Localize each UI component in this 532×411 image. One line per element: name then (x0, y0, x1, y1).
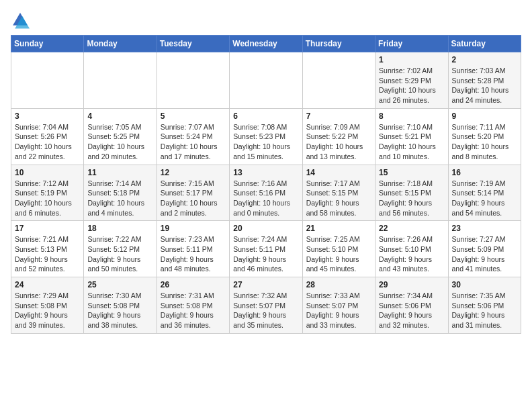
calendar-cell (11, 52, 84, 109)
calendar-cell: 4Sunrise: 7:05 AMSunset: 5:25 PMDaylight… (84, 108, 157, 165)
day-info: Sunrise: 7:10 AMSunset: 5:21 PMDaylight:… (379, 122, 444, 162)
day-number: 26 (161, 280, 226, 289)
week-row-1: 1Sunrise: 7:02 AMSunset: 5:29 PMDaylight… (11, 52, 521, 109)
calendar-cell: 7Sunrise: 7:09 AMSunset: 5:22 PMDaylight… (302, 108, 375, 165)
day-number: 22 (379, 224, 444, 233)
header-day-monday: Monday (84, 36, 157, 52)
calendar-cell (157, 52, 229, 109)
day-info: Sunrise: 7:03 AMSunset: 5:28 PMDaylight:… (452, 66, 517, 105)
calendar-cell: 14Sunrise: 7:17 AMSunset: 5:15 PMDayligh… (302, 165, 375, 221)
day-number: 8 (379, 111, 444, 121)
day-info: Sunrise: 7:02 AMSunset: 5:29 PMDaylight:… (379, 66, 444, 105)
logo (11, 11, 32, 30)
day-number: 2 (452, 55, 517, 64)
calendar-cell: 13Sunrise: 7:16 AMSunset: 5:16 PMDayligh… (230, 165, 302, 221)
day-number: 18 (87, 224, 152, 233)
day-number: 7 (306, 111, 371, 121)
day-info: Sunrise: 7:26 AMSunset: 5:10 PMDaylight:… (379, 234, 444, 274)
day-info: Sunrise: 7:25 AMSunset: 5:10 PMDaylight:… (306, 234, 371, 274)
calendar-cell: 25Sunrise: 7:30 AMSunset: 5:08 PMDayligh… (84, 277, 157, 334)
day-number: 9 (452, 111, 517, 121)
calendar-body: 1Sunrise: 7:02 AMSunset: 5:29 PMDaylight… (11, 52, 521, 334)
page-header (11, 11, 521, 30)
calendar-cell: 28Sunrise: 7:33 AMSunset: 5:07 PMDayligh… (302, 277, 375, 334)
calendar-cell (302, 52, 375, 109)
day-number: 16 (452, 168, 517, 177)
day-info: Sunrise: 7:11 AMSunset: 5:20 PMDaylight:… (452, 122, 517, 162)
calendar-table: SundayMondayTuesdayWednesdayThursdayFrid… (11, 35, 521, 334)
calendar-cell: 27Sunrise: 7:32 AMSunset: 5:07 PMDayligh… (230, 277, 302, 334)
calendar-header: SundayMondayTuesdayWednesdayThursdayFrid… (11, 36, 521, 52)
calendar-cell: 3Sunrise: 7:04 AMSunset: 5:26 PMDaylight… (11, 108, 84, 165)
day-info: Sunrise: 7:09 AMSunset: 5:22 PMDaylight:… (306, 122, 371, 162)
calendar-cell: 9Sunrise: 7:11 AMSunset: 5:20 PMDaylight… (448, 108, 521, 165)
calendar-cell: 10Sunrise: 7:12 AMSunset: 5:19 PMDayligh… (11, 165, 84, 221)
day-number: 13 (233, 168, 298, 177)
calendar-cell: 6Sunrise: 7:08 AMSunset: 5:23 PMDaylight… (230, 108, 302, 165)
calendar-cell: 29Sunrise: 7:34 AMSunset: 5:06 PMDayligh… (375, 277, 448, 334)
day-info: Sunrise: 7:14 AMSunset: 5:18 PMDaylight:… (87, 179, 152, 218)
calendar-cell: 11Sunrise: 7:14 AMSunset: 5:18 PMDayligh… (84, 165, 157, 221)
day-number: 25 (87, 280, 152, 289)
day-info: Sunrise: 7:30 AMSunset: 5:08 PMDaylight:… (87, 291, 152, 330)
calendar-cell (84, 52, 157, 109)
day-number: 27 (233, 280, 298, 289)
day-info: Sunrise: 7:23 AMSunset: 5:11 PMDaylight:… (161, 234, 226, 274)
day-number: 5 (161, 111, 226, 121)
day-info: Sunrise: 7:35 AMSunset: 5:06 PMDaylight:… (452, 291, 517, 330)
day-info: Sunrise: 7:05 AMSunset: 5:25 PMDaylight:… (87, 122, 152, 162)
week-row-4: 17Sunrise: 7:21 AMSunset: 5:13 PMDayligh… (11, 221, 521, 277)
header-day-saturday: Saturday (448, 36, 521, 52)
day-number: 17 (15, 224, 80, 233)
day-number: 29 (379, 280, 444, 289)
calendar-cell: 16Sunrise: 7:19 AMSunset: 5:14 PMDayligh… (448, 165, 521, 221)
calendar-cell: 30Sunrise: 7:35 AMSunset: 5:06 PMDayligh… (448, 277, 521, 334)
day-number: 6 (233, 111, 298, 121)
calendar-cell: 15Sunrise: 7:18 AMSunset: 5:15 PMDayligh… (375, 165, 448, 221)
day-number: 24 (15, 280, 80, 289)
day-number: 14 (306, 168, 371, 177)
day-number: 11 (87, 168, 152, 177)
day-info: Sunrise: 7:04 AMSunset: 5:26 PMDaylight:… (15, 122, 80, 162)
day-number: 30 (452, 280, 517, 289)
calendar-cell: 22Sunrise: 7:26 AMSunset: 5:10 PMDayligh… (375, 221, 448, 277)
day-info: Sunrise: 7:17 AMSunset: 5:15 PMDaylight:… (306, 179, 371, 218)
calendar-cell: 8Sunrise: 7:10 AMSunset: 5:21 PMDaylight… (375, 108, 448, 165)
calendar-cell: 21Sunrise: 7:25 AMSunset: 5:10 PMDayligh… (302, 221, 375, 277)
day-number: 28 (306, 280, 371, 289)
day-number: 4 (87, 111, 152, 121)
day-info: Sunrise: 7:19 AMSunset: 5:14 PMDaylight:… (452, 179, 517, 218)
day-info: Sunrise: 7:12 AMSunset: 5:19 PMDaylight:… (15, 179, 80, 218)
calendar-cell: 12Sunrise: 7:15 AMSunset: 5:17 PMDayligh… (157, 165, 229, 221)
logo-icon (11, 11, 30, 30)
day-info: Sunrise: 7:08 AMSunset: 5:23 PMDaylight:… (233, 122, 298, 162)
calendar-cell (230, 52, 302, 109)
week-row-5: 24Sunrise: 7:29 AMSunset: 5:08 PMDayligh… (11, 277, 521, 334)
header-row: SundayMondayTuesdayWednesdayThursdayFrid… (11, 36, 521, 52)
week-row-3: 10Sunrise: 7:12 AMSunset: 5:19 PMDayligh… (11, 165, 521, 221)
day-info: Sunrise: 7:27 AMSunset: 5:09 PMDaylight:… (452, 234, 517, 274)
day-info: Sunrise: 7:07 AMSunset: 5:24 PMDaylight:… (161, 122, 226, 162)
day-number: 21 (306, 224, 371, 233)
day-info: Sunrise: 7:33 AMSunset: 5:07 PMDaylight:… (306, 291, 371, 330)
day-info: Sunrise: 7:29 AMSunset: 5:08 PMDaylight:… (15, 291, 80, 330)
header-day-thursday: Thursday (302, 36, 375, 52)
day-info: Sunrise: 7:15 AMSunset: 5:17 PMDaylight:… (161, 179, 226, 218)
calendar-cell: 24Sunrise: 7:29 AMSunset: 5:08 PMDayligh… (11, 277, 84, 334)
calendar-cell: 18Sunrise: 7:22 AMSunset: 5:12 PMDayligh… (84, 221, 157, 277)
week-row-2: 3Sunrise: 7:04 AMSunset: 5:26 PMDaylight… (11, 108, 521, 165)
day-number: 12 (161, 168, 226, 177)
calendar-cell: 23Sunrise: 7:27 AMSunset: 5:09 PMDayligh… (448, 221, 521, 277)
day-number: 1 (379, 55, 444, 64)
day-number: 23 (452, 224, 517, 233)
header-day-sunday: Sunday (11, 36, 84, 52)
day-number: 20 (233, 224, 298, 233)
calendar-cell: 26Sunrise: 7:31 AMSunset: 5:08 PMDayligh… (157, 277, 229, 334)
header-day-wednesday: Wednesday (230, 36, 302, 52)
calendar-cell: 1Sunrise: 7:02 AMSunset: 5:29 PMDaylight… (375, 52, 448, 109)
day-info: Sunrise: 7:22 AMSunset: 5:12 PMDaylight:… (87, 234, 152, 274)
day-info: Sunrise: 7:34 AMSunset: 5:06 PMDaylight:… (379, 291, 444, 330)
calendar-cell: 2Sunrise: 7:03 AMSunset: 5:28 PMDaylight… (448, 52, 521, 109)
header-day-tuesday: Tuesday (157, 36, 229, 52)
day-number: 15 (379, 168, 444, 177)
